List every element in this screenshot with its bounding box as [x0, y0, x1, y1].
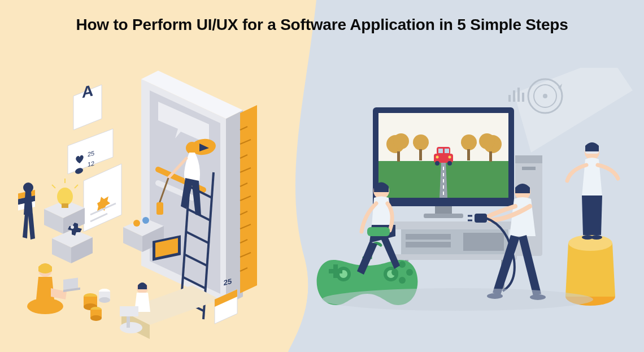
person-carrying-books [18, 182, 35, 240]
svg-rect-86 [467, 149, 470, 160]
svg-rect-74 [438, 149, 443, 153]
svg-point-41 [27, 298, 63, 314]
svg-rect-91 [424, 214, 463, 218]
award-card [84, 164, 121, 232]
svg-rect-94 [406, 234, 451, 240]
svg-point-20 [186, 142, 198, 154]
svg-point-77 [447, 161, 452, 166]
svg-rect-43 [63, 277, 78, 290]
svg-rect-90 [435, 206, 452, 214]
svg-point-88 [479, 133, 495, 149]
svg-rect-66 [522, 93, 524, 102]
svg-point-78 [436, 156, 439, 159]
uiux-design-illustration: A 25 12 [11, 45, 305, 350]
person-vr-headset [565, 142, 618, 306]
svg-rect-97 [393, 254, 517, 260]
svg-point-29 [142, 217, 149, 224]
ruler-icon [240, 105, 257, 293]
svg-point-108 [406, 269, 413, 276]
lightbulb-icon [44, 179, 85, 234]
svg-rect-23 [156, 202, 163, 215]
svg-rect-101 [515, 155, 542, 163]
svg-point-36 [71, 225, 74, 229]
engagement-card: 25 12 [68, 129, 113, 175]
svg-point-62 [543, 94, 547, 98]
svg-rect-63 [508, 95, 511, 102]
svg-text:25: 25 [224, 277, 232, 287]
gaming-vr-illustration [316, 68, 633, 339]
svg-rect-96 [463, 233, 504, 251]
svg-rect-64 [513, 90, 515, 102]
svg-rect-75 [445, 149, 449, 153]
projection-beam [514, 68, 633, 153]
svg-rect-118 [475, 214, 487, 223]
svg-point-50 [99, 297, 110, 303]
svg-point-30 [149, 223, 156, 229]
svg-rect-82 [397, 151, 400, 162]
dial-icon [528, 79, 562, 113]
svg-rect-95 [406, 242, 451, 247]
svg-point-83 [413, 134, 429, 150]
svg-point-31 [57, 188, 73, 206]
svg-point-107 [399, 261, 406, 268]
svg-point-81 [393, 133, 409, 149]
svg-point-110 [391, 269, 398, 276]
svg-point-85 [461, 134, 477, 150]
svg-line-34 [75, 185, 78, 188]
svg-point-109 [399, 277, 406, 284]
svg-point-79 [449, 156, 451, 159]
svg-point-57 [120, 322, 142, 333]
person-sitting-laptop [27, 263, 80, 314]
svg-text:12: 12 [88, 160, 94, 168]
svg-text:A: A [82, 81, 93, 101]
svg-point-76 [435, 161, 440, 166]
svg-rect-65 [517, 88, 520, 102]
svg-line-35 [52, 185, 55, 188]
tv-screen [373, 107, 514, 218]
svg-rect-102 [522, 167, 536, 170]
letter-card: A [73, 81, 102, 130]
floor-shadow [322, 288, 593, 311]
svg-point-53 [90, 315, 102, 321]
svg-rect-89 [489, 151, 492, 162]
svg-rect-84 [419, 149, 422, 160]
svg-rect-32 [62, 203, 68, 208]
svg-rect-114 [367, 227, 390, 236]
svg-point-28 [133, 220, 140, 227]
svg-rect-112 [333, 264, 338, 278]
svg-point-125 [591, 235, 602, 240]
page-title: How to Perform UI/UX for a Software Appl… [0, 16, 644, 34]
hero-illustration: How to Perform UI/UX for a Software Appl… [0, 0, 644, 352]
paint-buckets-icon [84, 289, 110, 321]
